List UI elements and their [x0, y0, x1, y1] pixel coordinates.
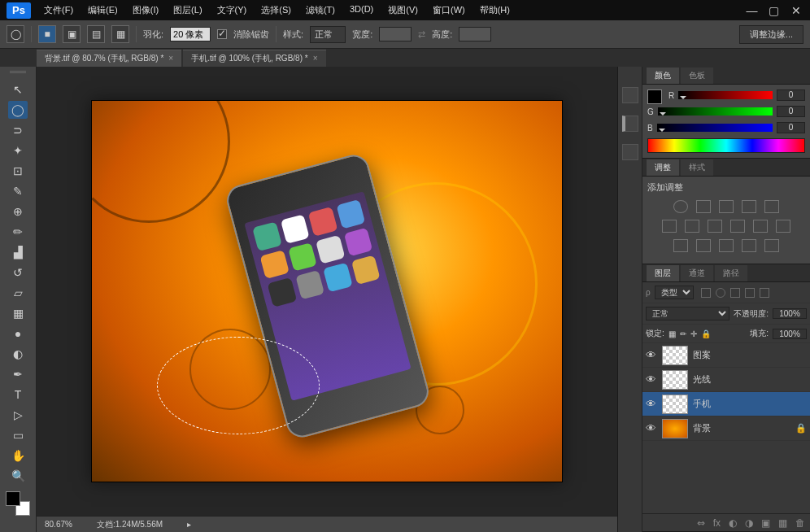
posterize-icon[interactable] — [696, 239, 711, 252]
history-panel-icon[interactable] — [622, 87, 638, 103]
g-value[interactable]: 0 — [777, 106, 805, 117]
menu-help[interactable]: 帮助(H) — [473, 2, 516, 19]
fill-input[interactable] — [773, 329, 807, 339]
mixer-icon[interactable] — [753, 220, 768, 233]
status-arrow-icon[interactable]: ▸ — [187, 520, 191, 529]
wand-tool[interactable]: ✦ — [8, 142, 28, 159]
canvas-image[interactable] — [91, 100, 563, 482]
style-select[interactable]: 正常 — [310, 26, 346, 43]
menu-file[interactable]: 文件(F) — [37, 2, 80, 19]
layer-filter-select[interactable]: 类型 — [655, 286, 694, 299]
menu-layer[interactable]: 图层(L) — [167, 2, 208, 19]
r-slider[interactable] — [678, 91, 773, 99]
mask-icon[interactable]: ◐ — [729, 517, 737, 529]
close-button[interactable]: ✕ — [786, 3, 806, 18]
add-selection-icon[interactable]: ▣ — [63, 25, 81, 43]
filter-shape-icon[interactable] — [745, 288, 755, 298]
foreground-color-swatch[interactable] — [6, 491, 20, 506]
minimize-button[interactable]: — — [742, 3, 762, 18]
intersect-selection-icon[interactable]: ▦ — [111, 25, 129, 43]
visibility-icon[interactable]: 👁 — [646, 373, 657, 386]
lock-all-icon[interactable]: 🔒 — [701, 329, 711, 338]
maximize-button[interactable]: ▢ — [764, 3, 784, 18]
lock-paint-icon[interactable]: ✏ — [680, 329, 686, 338]
menu-select[interactable]: 选择(S) — [255, 2, 298, 19]
channels-tab[interactable]: 通道 — [681, 265, 713, 281]
doc-tab-1[interactable]: 背景.tif @ 80.7% (手机, RGB/8) * × — [37, 50, 181, 67]
menu-3d[interactable]: 3D(D) — [343, 2, 380, 19]
filter-adjust-icon[interactable] — [716, 288, 725, 298]
delete-layer-icon[interactable]: 🗑 — [795, 517, 805, 529]
layer-row[interactable]: 👁 图案 — [642, 343, 810, 368]
exposure-icon[interactable] — [742, 200, 756, 213]
visibility-icon[interactable]: 👁 — [646, 398, 657, 410]
stamp-tool[interactable]: ▟ — [8, 243, 28, 261]
height-input[interactable] — [459, 27, 491, 41]
fx-icon[interactable]: fx — [713, 517, 721, 529]
color-swatches[interactable] — [6, 491, 30, 516]
adjustment-layer-icon[interactable]: ◑ — [745, 517, 753, 529]
brightness-icon[interactable] — [673, 200, 688, 213]
layer-name[interactable]: 光线 — [693, 373, 807, 386]
brush-tool[interactable]: ✏ — [8, 223, 28, 241]
invert-icon[interactable] — [673, 239, 688, 252]
layer-thumbnail[interactable] — [662, 370, 688, 390]
curves-icon[interactable] — [719, 200, 734, 213]
actions-panel-icon[interactable] — [622, 116, 638, 132]
lock-pos-icon[interactable]: ✛ — [690, 329, 697, 338]
feather-input[interactable] — [170, 27, 211, 41]
menu-view[interactable]: 视图(V) — [381, 2, 425, 19]
gradient-tool[interactable]: ▦ — [8, 304, 28, 322]
subtract-selection-icon[interactable]: ▤ — [87, 25, 105, 43]
visibility-icon[interactable]: 👁 — [646, 349, 657, 361]
styles-tab[interactable]: 样式 — [681, 159, 713, 176]
doc-tab-2[interactable]: 手机.tif @ 100% (手机, RGB/8) * × — [183, 50, 325, 67]
close-tab-icon[interactable]: × — [168, 54, 173, 63]
eraser-tool[interactable]: ▱ — [8, 284, 28, 302]
refine-edge-button[interactable]: 调整边缘... — [739, 25, 803, 44]
path-select-tool[interactable]: ▷ — [8, 406, 28, 424]
r-value[interactable]: 0 — [777, 89, 805, 101]
b-slider[interactable] — [657, 124, 773, 132]
layer-row[interactable]: 👁 背景 🔒 — [642, 416, 810, 441]
layer-name[interactable]: 背景 — [693, 422, 790, 434]
properties-panel-icon[interactable] — [622, 144, 638, 160]
zoom-tool[interactable]: 🔍 — [8, 467, 28, 485]
menu-image[interactable]: 图像(I) — [126, 2, 165, 19]
photo-filter-icon[interactable] — [730, 220, 745, 233]
layers-tab[interactable]: 图层 — [647, 265, 679, 281]
layer-name[interactable]: 图案 — [693, 349, 807, 361]
layer-thumbnail[interactable] — [662, 346, 688, 365]
gradient-map-icon[interactable] — [742, 239, 756, 252]
hue-icon[interactable] — [662, 220, 677, 233]
zoom-level[interactable]: 80.67% — [45, 520, 72, 529]
color-tab[interactable]: 颜色 — [647, 68, 679, 84]
opacity-input[interactable] — [773, 308, 807, 319]
menu-type[interactable]: 文字(Y) — [211, 2, 254, 19]
lock-trans-icon[interactable]: ▦ — [668, 329, 676, 338]
layer-thumbnail[interactable] — [662, 419, 688, 438]
hand-tool[interactable]: ✋ — [8, 447, 28, 464]
adjustments-tab[interactable]: 调整 — [647, 159, 679, 176]
b-value[interactable]: 0 — [777, 122, 805, 133]
filter-type-icon[interactable] — [730, 288, 740, 298]
visibility-icon[interactable]: 👁 — [646, 422, 657, 434]
crop-tool[interactable]: ⊡ — [8, 162, 28, 180]
layer-row[interactable]: 👁 光线 — [642, 368, 810, 392]
new-selection-icon[interactable]: ■ — [38, 25, 56, 43]
vibrance-icon[interactable] — [764, 200, 779, 213]
swatches-tab[interactable]: 色板 — [681, 68, 713, 84]
balance-icon[interactable] — [685, 220, 699, 233]
blend-mode-select[interactable]: 正常 — [646, 307, 729, 321]
type-tool[interactable]: T — [8, 386, 28, 403]
layer-thumbnail[interactable] — [662, 395, 688, 414]
filter-smart-icon[interactable] — [760, 288, 769, 298]
fg-color-swatch[interactable] — [647, 89, 662, 104]
pen-tool[interactable]: ✒ — [8, 365, 28, 383]
history-brush-tool[interactable]: ↺ — [8, 264, 28, 281]
dodge-tool[interactable]: ◐ — [8, 345, 28, 363]
lookup-icon[interactable] — [776, 220, 790, 233]
lasso-tool[interactable]: ⊃ — [8, 121, 28, 139]
levels-icon[interactable] — [696, 200, 711, 213]
eyedropper-tool[interactable]: ✎ — [8, 182, 28, 200]
